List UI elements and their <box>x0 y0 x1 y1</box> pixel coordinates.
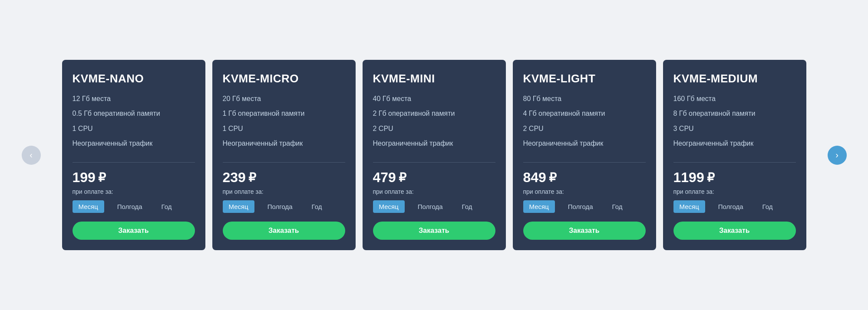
feature-item: Неограниченный трафик <box>673 139 796 148</box>
feature-item: 8 Гб оперативной памяти <box>673 109 796 118</box>
card-features-mini: 40 Гб места2 Гб оперативной памяти2 CPUН… <box>373 94 495 154</box>
card-price-light: 849₽ <box>523 170 646 186</box>
card-micro: KVME-MICRO20 Гб места1 Гб оперативной па… <box>212 60 356 251</box>
next-button[interactable]: › <box>828 146 847 165</box>
feature-item: 3 CPU <box>673 124 796 134</box>
card-divider <box>523 162 646 163</box>
period-tab-месяц[interactable]: Месяц <box>673 200 705 213</box>
period-tab-полгода[interactable]: Полгода <box>261 200 299 213</box>
card-mini: KVME-MINI40 Гб места2 Гб оперативной пам… <box>363 60 506 251</box>
period-tab-полгода[interactable]: Полгода <box>412 200 449 213</box>
price-currency: ₽ <box>707 170 715 185</box>
slider-wrapper: ‹ KVME-NANO12 Гб места0.5 Гб оперативной… <box>22 51 847 259</box>
price-amount: 239 <box>223 170 246 186</box>
price-currency: ₽ <box>399 170 406 185</box>
feature-item: 160 Гб места <box>673 94 796 104</box>
card-divider <box>673 162 796 163</box>
price-amount: 849 <box>523 170 546 186</box>
card-nano: KVME-NANO12 Гб места0.5 Гб оперативной п… <box>62 60 205 251</box>
price-currency: ₽ <box>549 170 557 185</box>
card-divider <box>73 162 195 163</box>
period-tabs-micro: МесяцПолгодаГод <box>223 200 345 213</box>
card-price-mini: 479₽ <box>373 170 495 186</box>
card-features-light: 80 Гб места4 Гб оперативной памяти2 CPUН… <box>523 94 646 154</box>
feature-item: 1 CPU <box>223 124 345 134</box>
card-medium: KVME-MEDIUM160 Гб места8 Гб оперативной … <box>663 60 806 251</box>
card-price-nano: 199₽ <box>73 170 195 186</box>
card-features-micro: 20 Гб места1 Гб оперативной памяти1 CPUН… <box>223 94 345 154</box>
period-tabs-mini: МесяцПолгодаГод <box>373 200 495 213</box>
price-amount: 199 <box>73 170 96 186</box>
card-divider <box>373 162 495 163</box>
feature-item: 4 Гб оперативной памяти <box>523 109 646 118</box>
card-price-medium: 1199₽ <box>673 170 796 186</box>
feature-item: Неограниченный трафик <box>223 139 345 148</box>
card-light: KVME-LIGHT80 Гб места4 Гб оперативной па… <box>513 60 656 251</box>
period-tab-месяц[interactable]: Месяц <box>523 200 555 213</box>
feature-item: Неограниченный трафик <box>523 139 646 148</box>
feature-item: 20 Гб места <box>223 94 345 104</box>
order-button-micro[interactable]: Заказать <box>223 222 345 240</box>
price-currency: ₽ <box>248 170 256 185</box>
card-title-light: KVME-LIGHT <box>523 72 646 85</box>
card-title-mini: KVME-MINI <box>373 72 495 85</box>
feature-item: 2 CPU <box>523 124 646 134</box>
order-button-light[interactable]: Заказать <box>523 222 646 240</box>
period-tabs-medium: МесяцПолгодаГод <box>673 200 796 213</box>
prev-button[interactable]: ‹ <box>22 146 41 165</box>
period-tab-месяц[interactable]: Месяц <box>373 200 405 213</box>
feature-item: 2 Гб оперативной памяти <box>373 109 495 118</box>
period-tabs-light: МесяцПолгодаГод <box>523 200 646 213</box>
period-tab-год[interactable]: Год <box>606 200 629 213</box>
feature-item: Неограниченный трафик <box>373 139 495 148</box>
feature-item: 1 CPU <box>73 124 195 134</box>
card-title-nano: KVME-NANO <box>73 72 195 85</box>
card-title-micro: KVME-MICRO <box>223 72 345 85</box>
feature-item: 2 CPU <box>373 124 495 134</box>
period-tab-полгода[interactable]: Полгода <box>111 200 149 213</box>
price-currency: ₽ <box>98 170 106 185</box>
card-features-medium: 160 Гб места8 Гб оперативной памяти3 CPU… <box>673 94 796 154</box>
feature-item: Неограниченный трафик <box>73 139 195 148</box>
order-button-medium[interactable]: Заказать <box>673 222 796 240</box>
card-price-micro: 239₽ <box>223 170 345 186</box>
period-tab-год[interactable]: Год <box>306 200 328 213</box>
price-amount: 479 <box>373 170 396 186</box>
pay-label: при оплате за: <box>223 188 345 195</box>
period-tab-год[interactable]: Год <box>155 200 178 213</box>
period-tab-месяц[interactable]: Месяц <box>73 200 104 213</box>
period-tab-полгода[interactable]: Полгода <box>562 200 599 213</box>
card-title-medium: KVME-MEDIUM <box>673 72 796 85</box>
card-divider <box>223 162 345 163</box>
order-button-nano[interactable]: Заказать <box>73 222 195 240</box>
period-tab-полгода[interactable]: Полгода <box>712 200 749 213</box>
pay-label: при оплате за: <box>673 188 796 195</box>
feature-item: 1 Гб оперативной памяти <box>223 109 345 118</box>
price-amount: 1199 <box>673 170 704 186</box>
feature-item: 12 Гб места <box>73 94 195 104</box>
period-tab-год[interactable]: Год <box>756 200 779 213</box>
period-tab-месяц[interactable]: Месяц <box>223 200 254 213</box>
feature-item: 40 Гб места <box>373 94 495 104</box>
order-button-mini[interactable]: Заказать <box>373 222 495 240</box>
feature-item: 0.5 Гб оперативной памяти <box>73 109 195 118</box>
pay-label: при оплате за: <box>73 188 195 195</box>
cards-container: KVME-NANO12 Гб места0.5 Гб оперативной п… <box>36 51 832 259</box>
card-features-nano: 12 Гб места0.5 Гб оперативной памяти1 CP… <box>73 94 195 154</box>
feature-item: 80 Гб места <box>523 94 646 104</box>
pay-label: при оплате за: <box>373 188 495 195</box>
period-tabs-nano: МесяцПолгодаГод <box>73 200 195 213</box>
pay-label: при оплате за: <box>523 188 646 195</box>
period-tab-год[interactable]: Год <box>456 200 479 213</box>
